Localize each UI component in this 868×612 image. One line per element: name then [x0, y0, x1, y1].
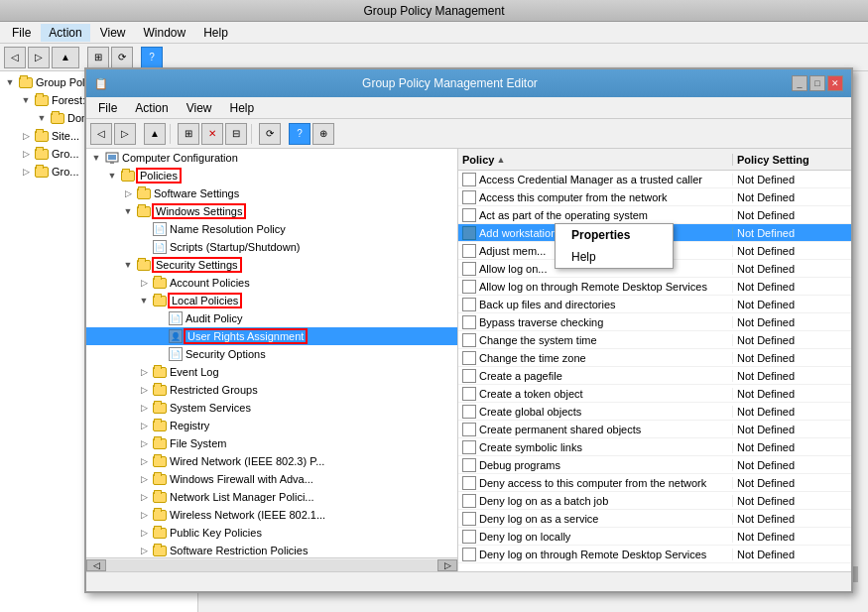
- tree-node-firewall[interactable]: ▷ Windows Firewall with Adva...: [86, 470, 457, 488]
- inner-help-button[interactable]: ?: [289, 123, 310, 145]
- inner-delete-button[interactable]: ✕: [201, 123, 223, 145]
- tree-node-scripts[interactable]: ▷ 📄 Scripts (Startup/Shutdown): [86, 238, 457, 256]
- tree-node-security-settings[interactable]: ▼ Security Settings: [86, 256, 457, 274]
- policy-row-1[interactable]: Access this computer from the network No…: [458, 188, 851, 206]
- tree-node-restricted-groups[interactable]: ▷ Restricted Groups: [86, 381, 457, 399]
- tree-node-computer-config[interactable]: ▼ Computer Configuration: [86, 149, 457, 167]
- tree-node-audit-policy[interactable]: ▷ 📄 Audit Policy: [86, 309, 457, 327]
- inner-forward-button[interactable]: ▷: [114, 123, 136, 145]
- expander-file-system[interactable]: ▷: [136, 435, 152, 451]
- expander-5[interactable]: ▷: [18, 164, 34, 180]
- tree-hscrollbar[interactable]: ◁ ▷: [86, 557, 457, 571]
- inner-menu-action[interactable]: Action: [127, 99, 176, 117]
- policy-row-8[interactable]: Bypass traverse checking Not Defined: [458, 313, 851, 331]
- policy-row-13[interactable]: Create global objects Not Defined: [458, 403, 851, 421]
- policy-col-setting-header[interactable]: Policy Setting: [732, 154, 851, 166]
- inner-menu-help[interactable]: Help: [222, 99, 263, 117]
- policy-row-setting-12: Not Defined: [732, 388, 851, 400]
- expander-software[interactable]: ▷: [120, 185, 136, 201]
- tree-node-file-system[interactable]: ▷ File System: [86, 434, 457, 452]
- expander-1[interactable]: ▼: [18, 92, 34, 108]
- expander-policies[interactable]: ▼: [104, 168, 120, 184]
- inner-back-button[interactable]: ◁: [90, 123, 112, 145]
- up-button[interactable]: ▲: [52, 47, 79, 68]
- policy-row-16[interactable]: Debug programs Not Defined: [458, 456, 851, 474]
- tree-node-system-services[interactable]: ▷ System Services: [86, 399, 457, 417]
- policy-row-7[interactable]: Back up files and directories Not Define…: [458, 296, 851, 313]
- policy-row-14[interactable]: Create permanent shared objects Not Defi…: [458, 421, 851, 438]
- expander-cc[interactable]: ▼: [88, 150, 104, 166]
- policy-row-17[interactable]: Deny access to this computer from the ne…: [458, 474, 851, 492]
- outer-menu-help[interactable]: Help: [195, 24, 236, 42]
- policy-col-name-header[interactable]: Policy ▲: [458, 154, 732, 166]
- expander-2[interactable]: ▼: [34, 110, 50, 126]
- expander-4[interactable]: ▷: [18, 146, 34, 162]
- hscroll-left[interactable]: ◁: [86, 559, 106, 571]
- inner-properties-button[interactable]: ⊟: [225, 123, 247, 145]
- context-menu-help[interactable]: Help: [556, 246, 673, 268]
- tree-node-software[interactable]: ▷ Software Settings: [86, 184, 457, 202]
- tree-node-account-policies[interactable]: ▷ Account Policies: [86, 274, 457, 292]
- tree-node-wireless[interactable]: ▷ Wireless Network (IEEE 802.1...: [86, 506, 457, 524]
- outer-menu-window[interactable]: Window: [136, 24, 194, 42]
- policy-row-19[interactable]: Deny log on as a service Not Defined: [458, 510, 851, 528]
- tree-node-registry[interactable]: ▷ Registry: [86, 417, 457, 434]
- tree-node-pubkey[interactable]: ▷ Public Key Policies: [86, 524, 457, 542]
- close-button[interactable]: ✕: [827, 75, 843, 91]
- show-hide-button[interactable]: ⊞: [87, 47, 109, 68]
- tree-node-net-list[interactable]: ▷ Network List Manager Polici...: [86, 488, 457, 506]
- expander-security-settings[interactable]: ▼: [120, 257, 136, 273]
- expander-local-policies[interactable]: ▼: [136, 293, 152, 308]
- tree-node-policies[interactable]: ▼ Policies: [86, 167, 457, 184]
- refresh-button[interactable]: ⟳: [111, 47, 133, 68]
- policy-row-20[interactable]: Deny log on locally Not Defined: [458, 528, 851, 546]
- help-button[interactable]: ?: [141, 47, 163, 68]
- expander-windows-settings[interactable]: ▼: [120, 203, 136, 219]
- outer-menu-view[interactable]: View: [92, 24, 134, 42]
- policy-row-21[interactable]: Deny log on through Remote Desktop Servi…: [458, 546, 851, 563]
- back-button[interactable]: ◁: [4, 47, 26, 68]
- expander-0[interactable]: ▼: [2, 74, 18, 90]
- tree-node-user-rights[interactable]: ▷ 👤 User Rights Assignment: [86, 327, 457, 345]
- tree-node-security-options[interactable]: ▷ 📄 Security Options: [86, 345, 457, 363]
- maximize-button[interactable]: □: [809, 75, 825, 91]
- minimize-button[interactable]: _: [792, 75, 807, 91]
- forward-button[interactable]: ▷: [28, 47, 50, 68]
- expander-event-log[interactable]: ▷: [136, 364, 152, 380]
- policy-row-2[interactable]: Act as part of the operating system Not …: [458, 206, 851, 224]
- expander-wireless[interactable]: ▷: [136, 507, 152, 523]
- tree-node-windows-settings[interactable]: ▼ Windows Settings: [86, 202, 457, 220]
- inner-menu-file[interactable]: File: [90, 99, 125, 117]
- policy-row-9[interactable]: Change the system time Not Defined: [458, 331, 851, 349]
- policy-row-0[interactable]: Access Credential Manager as a trusted c…: [458, 171, 851, 188]
- policy-row-18[interactable]: Deny log on as a batch job Not Defined: [458, 492, 851, 510]
- outer-menu-file[interactable]: File: [4, 24, 39, 42]
- policy-row-10[interactable]: Change the time zone Not Defined: [458, 349, 851, 367]
- context-menu-properties[interactable]: Properties: [556, 224, 673, 246]
- expander-net-list[interactable]: ▷: [136, 489, 152, 505]
- expander-software-restriction[interactable]: ▷: [136, 543, 152, 558]
- hscroll-right[interactable]: ▷: [437, 559, 457, 571]
- inner-up-button[interactable]: ▲: [144, 123, 166, 145]
- tree-node-event-log[interactable]: ▷ Event Log: [86, 363, 457, 381]
- inner-refresh-button[interactable]: ⟳: [259, 123, 281, 145]
- inner-show-hide-button[interactable]: ⊞: [178, 123, 199, 145]
- tree-node-local-policies[interactable]: ▼ Local Policies: [86, 292, 457, 309]
- policy-row-15[interactable]: Create symbolic links Not Defined: [458, 438, 851, 456]
- expander-pubkey[interactable]: ▷: [136, 525, 152, 541]
- outer-menu-action[interactable]: Action: [41, 24, 89, 42]
- expander-3[interactable]: ▷: [18, 128, 34, 144]
- policy-row-6[interactable]: Allow log on through Remote Desktop Serv…: [458, 278, 851, 296]
- tree-node-wired-network[interactable]: ▷ Wired Network (IEEE 802.3) P...: [86, 452, 457, 470]
- inner-extra-button[interactable]: ⊕: [312, 123, 334, 145]
- expander-wired[interactable]: ▷: [136, 453, 152, 469]
- expander-registry[interactable]: ▷: [136, 418, 152, 433]
- expander-firewall[interactable]: ▷: [136, 471, 152, 487]
- expander-restricted-groups[interactable]: ▷: [136, 382, 152, 398]
- expander-system-services[interactable]: ▷: [136, 400, 152, 416]
- inner-menu-view[interactable]: View: [179, 99, 220, 117]
- tree-node-name-res[interactable]: ▷ 📄 Name Resolution Policy: [86, 220, 457, 238]
- expander-account-policies[interactable]: ▷: [136, 275, 152, 291]
- policy-row-11[interactable]: Create a pagefile Not Defined: [458, 367, 851, 385]
- policy-row-12[interactable]: Create a token object Not Defined: [458, 385, 851, 403]
